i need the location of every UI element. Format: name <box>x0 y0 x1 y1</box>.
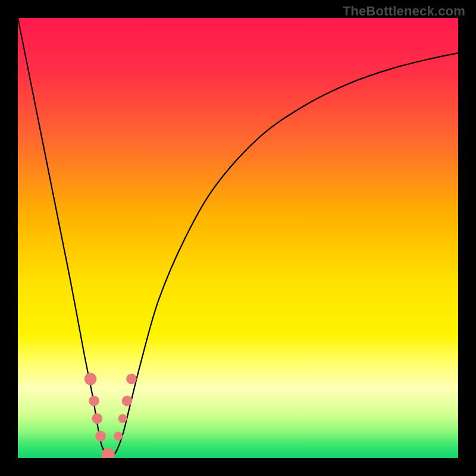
right-marker-d <box>126 374 137 384</box>
right-marker-b <box>118 414 127 423</box>
plot-area <box>18 18 458 458</box>
bottleneck-curve <box>18 18 458 456</box>
chart-frame: TheBottleneck.com <box>0 0 476 476</box>
right-marker-c <box>122 396 133 406</box>
right-marker-a <box>114 432 123 441</box>
left-marker-a <box>84 372 97 385</box>
marker-group <box>84 372 137 458</box>
curve-layer <box>18 18 458 458</box>
left-marker-d <box>95 431 106 441</box>
left-marker-c <box>92 414 102 424</box>
left-marker-b <box>89 396 99 406</box>
watermark-text: TheBottleneck.com <box>343 4 465 19</box>
